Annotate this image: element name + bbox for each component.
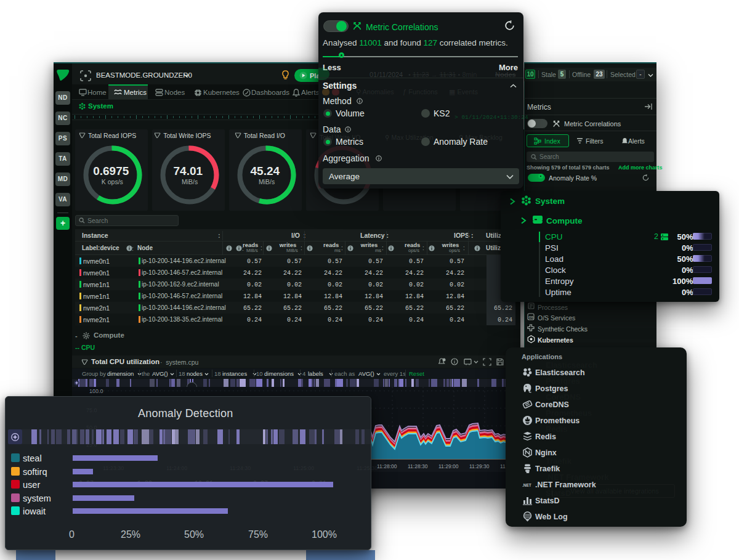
svg-text:.NET: .NET <box>522 483 531 487</box>
svg-text:OS: OS <box>528 315 533 319</box>
